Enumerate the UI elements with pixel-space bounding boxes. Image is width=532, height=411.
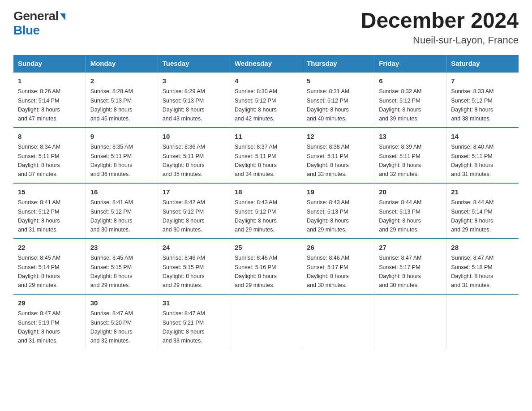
day-info: Sunrise: 8:46 AMSunset: 5:16 PMDaylight:… [235,255,277,288]
table-row: 4 Sunrise: 8:30 AMSunset: 5:12 PMDayligh… [230,72,302,128]
day-info: Sunrise: 8:47 AMSunset: 5:21 PMDaylight:… [163,310,205,344]
table-row: 13 Sunrise: 8:39 AMSunset: 5:11 PMDaylig… [374,128,446,183]
table-row: 14 Sunrise: 8:40 AMSunset: 5:11 PMDaylig… [446,128,519,183]
table-row: 30 Sunrise: 8:47 AMSunset: 5:20 PMDaylig… [86,294,158,349]
day-number: 5 [307,76,369,86]
day-number: 24 [163,243,225,253]
day-info: Sunrise: 8:28 AMSunset: 5:13 PMDaylight:… [90,88,133,122]
day-info: Sunrise: 8:32 AMSunset: 5:12 PMDaylight:… [379,88,421,122]
table-row: 1 Sunrise: 8:26 AMSunset: 5:14 PMDayligh… [13,72,86,128]
table-row: 3 Sunrise: 8:29 AMSunset: 5:13 PMDayligh… [158,72,230,128]
logo-general: General [13,9,65,23]
calendar-week-row: 29 Sunrise: 8:47 AMSunset: 5:19 PMDaylig… [13,294,519,349]
day-number: 21 [451,187,514,197]
day-info: Sunrise: 8:47 AMSunset: 5:17 PMDaylight:… [379,255,421,288]
col-friday: Friday [374,55,446,72]
day-info: Sunrise: 8:41 AMSunset: 5:12 PMDaylight:… [90,199,133,233]
table-row: 26 Sunrise: 8:46 AMSunset: 5:17 PMDaylig… [302,239,374,294]
day-number: 4 [235,76,297,86]
day-info: Sunrise: 8:43 AMSunset: 5:13 PMDaylight:… [307,199,349,233]
table-row: 31 Sunrise: 8:47 AMSunset: 5:21 PMDaylig… [158,294,230,349]
day-number: 23 [90,243,153,253]
day-info: Sunrise: 8:42 AMSunset: 5:12 PMDaylight:… [163,199,205,233]
day-number: 26 [307,243,369,253]
table-row: 21 Sunrise: 8:44 AMSunset: 5:14 PMDaylig… [446,183,519,239]
day-info: Sunrise: 8:47 AMSunset: 5:18 PMDaylight:… [451,255,493,288]
table-row [446,294,519,349]
day-number: 15 [18,187,81,197]
day-info: Sunrise: 8:31 AMSunset: 5:12 PMDaylight:… [307,88,349,122]
table-row: 9 Sunrise: 8:35 AMSunset: 5:11 PMDayligh… [86,128,158,183]
day-info: Sunrise: 8:47 AMSunset: 5:20 PMDaylight:… [90,310,133,344]
day-number: 20 [379,187,442,197]
day-info: Sunrise: 8:33 AMSunset: 5:12 PMDaylight:… [451,88,493,122]
table-row: 24 Sunrise: 8:46 AMSunset: 5:15 PMDaylig… [158,239,230,294]
col-saturday: Saturday [446,55,519,72]
logo-blue: Blue [13,23,40,38]
calendar-table: Sunday Monday Tuesday Wednesday Thursday… [13,55,519,349]
day-number: 12 [307,132,369,142]
day-info: Sunrise: 8:35 AMSunset: 5:11 PMDaylight:… [90,144,133,177]
logo: General Blue [13,9,65,38]
title-section: December 2024 Nueil-sur-Layon, France [361,9,519,46]
day-info: Sunrise: 8:44 AMSunset: 5:14 PMDaylight:… [451,199,493,233]
location: Nueil-sur-Layon, France [361,34,519,46]
day-number: 6 [379,76,442,86]
day-info: Sunrise: 8:29 AMSunset: 5:13 PMDaylight:… [163,88,205,122]
day-number: 7 [451,76,514,86]
day-number: 18 [235,187,297,197]
day-number: 22 [18,243,81,253]
col-monday: Monday [86,55,158,72]
day-number: 10 [163,132,225,142]
table-row: 23 Sunrise: 8:45 AMSunset: 5:15 PMDaylig… [86,239,158,294]
col-tuesday: Tuesday [158,55,230,72]
table-row: 10 Sunrise: 8:36 AMSunset: 5:11 PMDaylig… [158,128,230,183]
day-number: 19 [307,187,369,197]
calendar-week-row: 15 Sunrise: 8:41 AMSunset: 5:12 PMDaylig… [13,183,519,239]
day-number: 16 [90,187,153,197]
table-row: 18 Sunrise: 8:43 AMSunset: 5:12 PMDaylig… [230,183,302,239]
calendar-header-row: Sunday Monday Tuesday Wednesday Thursday… [13,55,519,72]
day-info: Sunrise: 8:41 AMSunset: 5:12 PMDaylight:… [18,199,60,233]
table-row [302,294,374,349]
day-info: Sunrise: 8:46 AMSunset: 5:17 PMDaylight:… [307,255,349,288]
day-info: Sunrise: 8:40 AMSunset: 5:11 PMDaylight:… [451,144,493,177]
day-number: 1 [18,76,81,86]
month-title: December 2024 [361,9,519,33]
col-sunday: Sunday [13,55,86,72]
day-number: 28 [451,243,514,253]
day-number: 11 [235,132,297,142]
table-row [374,294,446,349]
calendar-week-row: 8 Sunrise: 8:34 AMSunset: 5:11 PMDayligh… [13,128,519,183]
day-number: 13 [379,132,442,142]
table-row: 6 Sunrise: 8:32 AMSunset: 5:12 PMDayligh… [374,72,446,128]
table-row: 28 Sunrise: 8:47 AMSunset: 5:18 PMDaylig… [446,239,519,294]
col-wednesday: Wednesday [230,55,302,72]
day-info: Sunrise: 8:44 AMSunset: 5:13 PMDaylight:… [379,199,421,233]
table-row: 27 Sunrise: 8:47 AMSunset: 5:17 PMDaylig… [374,239,446,294]
table-row: 16 Sunrise: 8:41 AMSunset: 5:12 PMDaylig… [86,183,158,239]
day-number: 30 [90,298,153,308]
day-info: Sunrise: 8:38 AMSunset: 5:11 PMDaylight:… [307,144,349,177]
table-row: 15 Sunrise: 8:41 AMSunset: 5:12 PMDaylig… [13,183,86,239]
day-number: 9 [90,132,153,142]
calendar-week-row: 22 Sunrise: 8:45 AMSunset: 5:14 PMDaylig… [13,239,519,294]
day-info: Sunrise: 8:45 AMSunset: 5:14 PMDaylight:… [18,255,60,288]
day-number: 29 [18,298,81,308]
day-number: 14 [451,132,514,142]
day-info: Sunrise: 8:47 AMSunset: 5:19 PMDaylight:… [18,310,60,344]
table-row: 22 Sunrise: 8:45 AMSunset: 5:14 PMDaylig… [13,239,86,294]
day-info: Sunrise: 8:45 AMSunset: 5:15 PMDaylight:… [90,255,133,288]
day-info: Sunrise: 8:30 AMSunset: 5:12 PMDaylight:… [235,88,277,122]
table-row: 17 Sunrise: 8:42 AMSunset: 5:12 PMDaylig… [158,183,230,239]
calendar-week-row: 1 Sunrise: 8:26 AMSunset: 5:14 PMDayligh… [13,72,519,128]
day-number: 27 [379,243,442,253]
day-number: 2 [90,76,153,86]
table-row: 19 Sunrise: 8:43 AMSunset: 5:13 PMDaylig… [302,183,374,239]
day-info: Sunrise: 8:37 AMSunset: 5:11 PMDaylight:… [235,144,277,177]
day-info: Sunrise: 8:26 AMSunset: 5:14 PMDaylight:… [18,88,60,122]
table-row: 20 Sunrise: 8:44 AMSunset: 5:13 PMDaylig… [374,183,446,239]
table-row: 8 Sunrise: 8:34 AMSunset: 5:11 PMDayligh… [13,128,86,183]
day-number: 25 [235,243,297,253]
day-info: Sunrise: 8:43 AMSunset: 5:12 PMDaylight:… [235,199,277,233]
